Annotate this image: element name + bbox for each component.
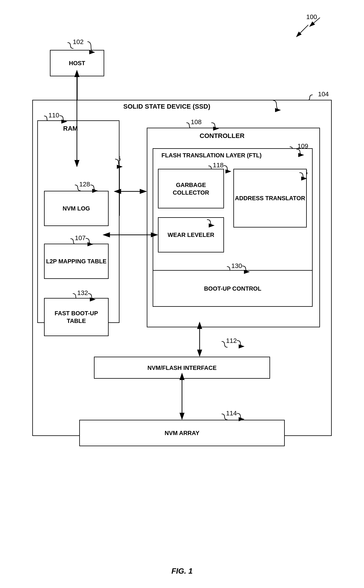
boot-ctrl-label: BOOT-UP CONTROL [204,285,261,292]
ssd-label: SOLID STATE DEVICE (SSD) [123,103,210,110]
fast-boot-box: FAST BOOT-UP TABLE [44,298,109,336]
fig-caption: FIG. 1 [171,567,193,576]
boot-ctrl-box: BOOT-UP CONTROL [153,270,313,307]
wear-label: WEAR LEVELER [168,231,214,239]
nvm-flash-if-label: NVM/FLASH INTERFACE [147,364,217,372]
diagram: 100 102 HOST 104 SOLID STATE DEVICE (SSD… [21,12,343,555]
wear-box: WEAR LEVELER [158,217,224,252]
l2p-label: L2P MAPPING TABLE [46,257,107,265]
nvm-flash-if-box: NVM/FLASH INTERFACE [94,357,270,379]
host-box: HOST [50,50,104,76]
fast-boot-label: FAST BOOT-UP TABLE [45,309,108,325]
address-box: ADDRESS TRANSLATOR [233,169,307,228]
controller-label: CONTROLLER [200,132,245,140]
ref-104: 104 [318,90,329,98]
nvm-array-label: NVM ARRAY [165,429,200,437]
address-label: ADDRESS TRANSLATOR [235,194,305,202]
nvm-log-box: NVM LOG [44,191,109,226]
ram-label: RAM [63,125,78,132]
l2p-box: L2P MAPPING TABLE [44,244,109,279]
nvm-log-label: NVM LOG [63,205,90,212]
host-label: HOST [69,59,85,67]
garbage-label: GARBAGE COLLECTOR [159,181,223,196]
nvm-array-box: NVM ARRAY [79,420,285,446]
garbage-box: GARBAGE COLLECTOR [158,169,224,208]
ftl-label: FLASH TRANSLATION LAYER (FTL) [161,152,262,159]
svg-line-8 [310,18,320,26]
